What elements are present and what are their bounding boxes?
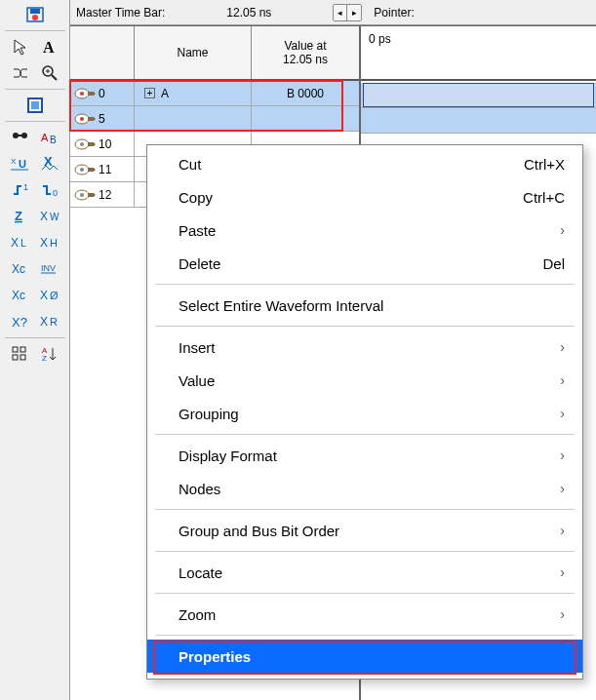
- x-wave-icon[interactable]: X: [36, 151, 63, 176]
- submenu-arrow-icon: ›: [560, 339, 565, 355]
- low-to-high-icon[interactable]: 1: [7, 177, 34, 203]
- fullscreen-icon[interactable]: [21, 93, 49, 118]
- context-menu-item-nodes[interactable]: Nodes›: [147, 472, 582, 505]
- submenu-arrow-icon: ›: [560, 564, 565, 580]
- submenu-arrow-icon: ›: [560, 606, 565, 622]
- pointer-tool-icon[interactable]: [7, 34, 34, 59]
- bus-icon: [74, 188, 96, 202]
- find-icon[interactable]: [7, 125, 34, 150]
- signal-value-cell: B 0000: [252, 81, 359, 105]
- col-value-header[interactable]: Value at 12.05 ns: [252, 26, 359, 79]
- svg-text:X: X: [40, 289, 48, 302]
- signal-row[interactable]: 0+AB 0000: [70, 81, 359, 106]
- signal-name-cell[interactable]: +A: [135, 81, 252, 105]
- svg-rect-12: [18, 135, 22, 136]
- signal-idx-cell[interactable]: 0: [70, 81, 135, 105]
- force-z-icon[interactable]: Z: [7, 204, 34, 229]
- signal-row[interactable]: 5: [70, 106, 359, 132]
- invert-icon[interactable]: INV: [36, 256, 63, 282]
- svg-line-5: [52, 75, 57, 80]
- context-menu-shortcut: Ctrl+X: [524, 156, 565, 173]
- svg-text:Xc: Xc: [12, 289, 25, 302]
- invert-dc-icon[interactable]: Xc: [7, 256, 34, 282]
- high-to-low-icon[interactable]: 0: [36, 177, 63, 203]
- master-time-value[interactable]: 12.05 ns: [171, 6, 327, 19]
- svg-rect-39: [13, 355, 18, 360]
- context-menu-item-insert[interactable]: Insert›: [147, 331, 582, 364]
- weak-x-icon[interactable]: XW: [36, 204, 63, 229]
- context-menu-separator: [155, 551, 575, 552]
- context-menu-item-select-entire-waveform-interval[interactable]: Select Entire Waveform Interval: [147, 289, 582, 322]
- svg-text:R: R: [50, 316, 58, 328]
- svg-text:X: X: [40, 236, 48, 250]
- svg-rect-9: [31, 101, 39, 109]
- svg-text:INV: INV: [41, 263, 56, 273]
- waveform-row[interactable]: [361, 83, 596, 108]
- add-signal-icon[interactable]: AB: [36, 125, 63, 150]
- step-right-icon[interactable]: ▸: [347, 5, 361, 20]
- context-menu-label: Grouping: [179, 406, 239, 422]
- svg-rect-37: [13, 347, 18, 352]
- zoom-in-icon[interactable]: [36, 60, 63, 86]
- text-tool-icon[interactable]: A: [36, 34, 63, 59]
- svg-text:L: L: [20, 237, 26, 249]
- context-menu-separator: [155, 635, 575, 636]
- svg-text:W: W: [50, 212, 60, 222]
- context-menu-separator: [155, 509, 575, 510]
- context-menu-item-zoom[interactable]: Zoom›: [147, 598, 582, 631]
- submenu-arrow-icon: ›: [560, 447, 565, 463]
- waveform-row[interactable]: [361, 108, 596, 134]
- save-icon[interactable]: [21, 2, 49, 27]
- context-menu-item-grouping[interactable]: Grouping›: [147, 397, 582, 430]
- xu-icon[interactable]: XU: [7, 151, 34, 176]
- context-menu-label: Locate: [179, 564, 222, 581]
- pointer-label: Pointer:: [374, 6, 414, 19]
- time-tick-0: 0 ps: [369, 32, 391, 46]
- submenu-arrow-icon: ›: [560, 523, 565, 538]
- context-menu-item-locate[interactable]: Locate›: [147, 556, 582, 589]
- svg-rect-40: [20, 355, 25, 360]
- hierarchy-icon[interactable]: [7, 60, 34, 86]
- context-menu-label: Group and Bus Bit Order: [179, 523, 339, 539]
- context-menu-label: Zoom: [179, 606, 216, 623]
- context-menu-shortcut: Ctrl+C: [523, 189, 565, 206]
- signal-idx-cell[interactable]: 12: [70, 182, 135, 207]
- count-icon[interactable]: Xc: [7, 283, 34, 308]
- weak-l-icon[interactable]: XL: [7, 230, 34, 255]
- context-menu-item-delete[interactable]: DeleteDel: [147, 247, 582, 280]
- time-stepper[interactable]: ◂ ▸: [333, 4, 362, 21]
- context-menu-item-value[interactable]: Value›: [147, 364, 582, 397]
- overwrite-clock-icon[interactable]: XØ: [36, 283, 63, 308]
- signal-idx-cell[interactable]: 5: [70, 106, 135, 131]
- signal-idx-cell[interactable]: 10: [70, 132, 135, 156]
- bus-icon: [74, 163, 96, 176]
- context-menu-item-copy[interactable]: CopyCtrl+C: [147, 180, 582, 214]
- context-menu-label: Nodes: [179, 481, 220, 497]
- svg-point-46: [80, 117, 84, 121]
- svg-point-52: [80, 193, 84, 197]
- svg-point-44: [80, 92, 84, 96]
- context-menu-label: Cut: [179, 156, 201, 173]
- context-menu[interactable]: CutCtrl+XCopyCtrl+CPaste›DeleteDelSelect…: [146, 144, 583, 680]
- col-name-header[interactable]: Name: [135, 26, 252, 79]
- expand-icon[interactable]: +: [144, 88, 155, 98]
- context-menu-label: Paste: [179, 222, 216, 239]
- context-menu-item-paste[interactable]: Paste›: [147, 214, 582, 247]
- context-menu-item-cut[interactable]: CutCtrl+X: [147, 147, 582, 180]
- snap-icon[interactable]: [7, 341, 34, 367]
- waveform-bus-shape: [363, 83, 594, 107]
- step-left-icon[interactable]: ◂: [334, 5, 347, 20]
- sort-icon[interactable]: AZ: [36, 341, 63, 367]
- context-menu-item-properties[interactable]: Properties: [147, 640, 582, 673]
- signal-header: Name Value at 12.05 ns: [70, 26, 359, 81]
- svg-text:B: B: [50, 135, 57, 145]
- signal-idx-cell[interactable]: 11: [70, 157, 135, 181]
- svg-text:1: 1: [23, 182, 28, 192]
- random-value-icon[interactable]: XR: [36, 309, 63, 334]
- context-menu-item-display-format[interactable]: Display Format›: [147, 439, 582, 472]
- context-menu-item-group-and-bus-bit-order[interactable]: Group and Bus Bit Order›: [147, 514, 582, 547]
- arbitrary-value-icon[interactable]: X?: [7, 309, 34, 334]
- svg-text:Ø: Ø: [50, 290, 59, 301]
- weak-h-icon[interactable]: XH: [36, 230, 63, 255]
- signal-name-cell[interactable]: [135, 106, 252, 131]
